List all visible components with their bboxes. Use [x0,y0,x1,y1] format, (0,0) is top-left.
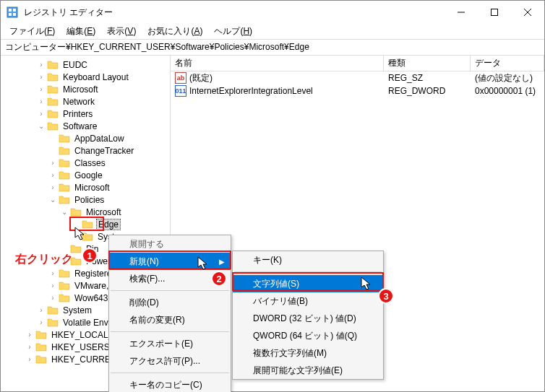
menu-item[interactable]: 展開可能な文字列値(E) [233,362,383,379]
svg-rect-3 [9,13,12,16]
close-button[interactable] [511,1,544,24]
tree-node[interactable]: ›Classes [1,157,170,169]
tree-label[interactable]: Microsoft [73,183,111,193]
menu-item[interactable]: アクセス許可(P)... [109,352,231,370]
tree-label[interactable]: Microsoft [61,84,100,95]
tree-label[interactable]: Printers [61,109,94,119]
app-icon [7,6,18,18]
col-type[interactable]: 種類 [384,56,471,71]
chevron-down-icon[interactable]: ⌄ [59,208,70,216]
values-header: 名前 種類 データ [171,56,544,71]
window-controls [445,1,544,24]
menu-item[interactable]: キー名のコピー(C) [109,376,231,392]
chevron-right-icon[interactable]: › [35,318,47,326]
chevron-down-icon[interactable]: ⌄ [47,196,59,204]
window-title: レジストリ エディター [24,6,445,19]
menu-h[interactable]: ヘルプ(H) [208,24,258,39]
tree-node[interactable]: ⌄Policies [1,193,170,206]
value-name: InternetExplorerIntegrationLevel [189,86,313,96]
tree-node[interactable]: ›Microsoft [1,83,170,95]
chevron-right-icon[interactable]: › [35,73,47,81]
col-data[interactable]: データ [471,56,544,71]
chevron-right-icon[interactable]: › [35,85,47,93]
tree-label[interactable]: System [61,305,93,315]
maximize-button[interactable] [478,1,511,24]
address-bar[interactable]: コンピューター¥HKEY_CURRENT_USER¥Software¥Polic… [1,40,544,56]
menu-e[interactable]: 編集(E) [61,24,101,39]
tree-label[interactable]: Google [73,170,104,180]
value-type: REG_DWORD [384,86,471,96]
menu-item[interactable]: エクスポート(E) [109,335,231,352]
tree-node[interactable]: ›Network [1,95,170,108]
svg-rect-1 [9,9,12,12]
value-row[interactable]: 011InternetExplorerIntegrationLevelREG_D… [171,84,544,97]
menu-item[interactable]: 削除(D) [109,294,231,311]
address-text: コンピューター¥HKEY_CURRENT_USER¥Software¥Polic… [5,41,309,53]
tree-node[interactable]: ⌄Software [1,120,170,132]
chevron-right-icon[interactable]: › [35,306,47,314]
menu-item[interactable]: キー(K) [233,251,383,269]
chevron-right-icon[interactable]: › [35,110,47,118]
value-data: (値の設定なし) [471,72,544,84]
svg-rect-6 [492,9,498,16]
tree-node[interactable]: ›Printers [1,108,170,120]
chevron-right-icon[interactable]: › [24,343,35,351]
titlebar: レジストリ エディター [1,1,544,24]
tree-label[interactable]: Policies [73,195,106,205]
dword-value-icon: 011 [175,85,186,97]
tree-label[interactable]: Microsoft [85,207,123,217]
tree-node[interactable]: ›EUDC [1,58,170,71]
tree-label[interactable]: AppDataLow [73,134,126,144]
content-area: ›EUDC›Keyboard Layout›Microsoft›Network›… [1,56,544,391]
svg-rect-2 [13,9,16,12]
chevron-right-icon[interactable]: › [47,159,59,167]
cm-separator [111,290,229,291]
string-value-icon: ab [175,72,186,84]
tree-node[interactable]: ›Microsoft [1,181,170,193]
svg-rect-4 [13,13,16,16]
chevron-right-icon[interactable]: › [35,97,47,105]
tree-label[interactable]: EUDC [61,60,89,70]
chevron-right-icon[interactable]: › [47,183,59,191]
annotation-right-click: 右クリック [15,252,73,267]
highlight-new-menu [108,251,231,269]
tree-node[interactable]: AppDataLow [1,132,170,144]
tree-label[interactable]: HKEY_USERS [50,342,111,352]
chevron-right-icon[interactable]: › [47,269,59,277]
badge-1: 1 [82,248,98,263]
chevron-right-icon[interactable]: › [47,171,59,179]
tree-label[interactable]: Network [61,97,96,107]
cm-separator [111,373,229,373]
highlight-string-value [232,272,384,291]
tree-label[interactable]: Classes [73,158,107,168]
badge-3: 3 [378,288,394,304]
menu-item[interactable]: バイナリ値(B) [233,292,383,310]
tree-label[interactable]: ChangeTracker [73,146,135,156]
tree-node[interactable]: ChangeTracker [1,144,170,157]
menu-a[interactable]: お気に入り(A) [142,24,208,39]
chevron-right-icon[interactable]: › [35,61,47,69]
menubar: ファイル(F)編集(E)表示(V)お気に入り(A)ヘルプ(H) [1,24,544,40]
tree-label[interactable]: Registere [73,269,113,279]
tree-label[interactable]: Software [61,121,98,131]
chevron-right-icon[interactable]: › [47,294,59,302]
chevron-down-icon[interactable]: ⌄ [35,122,47,130]
tree-node[interactable]: ›Google [1,169,170,181]
value-name: (既定) [189,72,213,84]
tree-node[interactable]: ›Keyboard Layout [1,71,170,83]
chevron-right-icon[interactable]: › [47,282,59,289]
value-row[interactable]: ab(既定)REG_SZ(値の設定なし) [171,71,544,84]
cm-separator [111,331,229,332]
menu-item[interactable]: 名前の変更(R) [109,311,231,328]
chevron-right-icon[interactable]: › [24,355,35,363]
value-type: REG_SZ [384,73,471,83]
col-name[interactable]: 名前 [171,56,384,71]
menu-f[interactable]: ファイル(F) [4,24,61,39]
minimize-button[interactable] [445,1,478,24]
chevron-right-icon[interactable]: › [24,331,35,339]
tree-label[interactable]: Keyboard Layout [61,72,130,82]
menu-item[interactable]: 複数行文字列値(M) [233,344,383,362]
menu-v[interactable]: 表示(V) [101,24,142,39]
menu-item[interactable]: DWORD (32 ビット) 値(D) [233,310,383,327]
menu-item[interactable]: QWORD (64 ビット) 値(Q) [233,327,383,344]
